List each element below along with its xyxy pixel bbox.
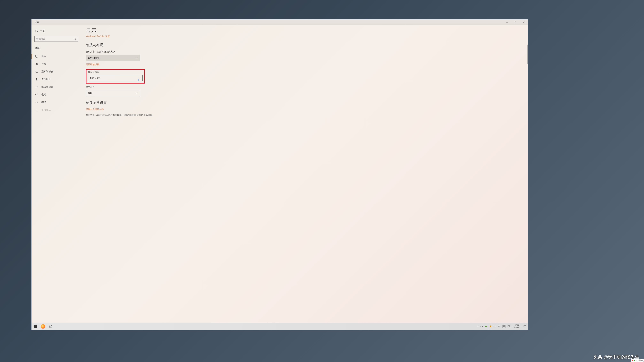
sidebar-item-tablet[interactable]: 平板模式	[34, 106, 78, 114]
sidebar-item-label: 通知和操作	[42, 70, 53, 73]
resolution-highlight: 显示分辨率 800 × 600	[86, 69, 145, 83]
taskbar-settings[interactable]	[47, 323, 54, 330]
tray-clock[interactable]: 12:39 2020/12/11	[513, 324, 522, 328]
section-scale-heading: 缩放与布局	[86, 43, 523, 47]
home-button[interactable]: 主页	[34, 28, 78, 36]
tray-wifi-icon[interactable]	[494, 325, 496, 328]
svg-rect-6	[36, 55, 38, 57]
scale-label: 更改文本、应用等项目的大小	[86, 50, 523, 53]
resolution-label: 显示分辨率	[88, 71, 143, 74]
watermark-badge-text: 飞沙系统网	[636, 359, 643, 361]
sidebar-item-battery[interactable]: 电池	[34, 91, 78, 98]
maximize-button[interactable]	[511, 19, 520, 25]
sound-icon	[35, 62, 38, 66]
svg-line-19	[482, 326, 483, 326]
home-icon	[35, 29, 38, 32]
svg-rect-15	[36, 109, 38, 111]
advanced-scale-link[interactable]: 高级缩放设置	[86, 63, 523, 66]
window-title: 设置	[35, 21, 39, 24]
gear-icon	[49, 325, 52, 328]
tray-action-center-icon[interactable]	[524, 325, 526, 328]
sidebar-category: 系统	[34, 45, 78, 52]
svg-rect-18	[482, 326, 482, 327]
sidebar-item-label: 电池	[42, 93, 46, 96]
sidebar-item-label: 电源和睡眠	[42, 85, 53, 88]
watermark-prefix: 头条	[593, 354, 602, 360]
tray-chevron-icon[interactable]: ^	[477, 325, 478, 328]
tray-power-icon[interactable]	[480, 325, 483, 328]
storage-icon	[35, 101, 38, 104]
svg-point-14	[38, 102, 38, 102]
svg-rect-1	[514, 21, 516, 23]
sidebar-item-storage[interactable]: 存储	[34, 98, 78, 106]
close-button[interactable]	[520, 19, 528, 25]
firefox-icon	[41, 324, 45, 329]
system-tray: ^ 英 五 12:39	[477, 323, 526, 330]
sidebar-item-power[interactable]: 电源和睡眠	[34, 83, 78, 91]
nav-list: 显示 声音 通知和操作	[34, 52, 78, 114]
scrollbar[interactable]	[527, 44, 528, 64]
svg-point-4	[74, 38, 75, 39]
search-input[interactable]	[36, 37, 74, 40]
scale-value: 100% (推荐)	[88, 56, 100, 59]
minimize-button[interactable]	[503, 19, 511, 25]
sidebar-item-label: 存储	[42, 101, 46, 104]
cursor-icon	[138, 79, 140, 81]
moon-icon	[35, 78, 38, 81]
search-box[interactable]	[34, 36, 78, 42]
svg-rect-20	[485, 326, 487, 327]
tray-volume-icon[interactable]	[498, 325, 500, 328]
content-pane: 显示 Windows HD Color 设置 缩放与布局 更改文本、应用等项目的…	[81, 25, 528, 323]
orientation-label: 显示方向	[86, 85, 523, 88]
clock-time: 12:39	[513, 324, 522, 326]
tray-battery-icon[interactable]	[485, 325, 488, 328]
svg-rect-11	[36, 94, 38, 95]
svg-rect-12	[38, 94, 38, 95]
resolution-dropdown[interactable]: 800 × 600	[88, 75, 143, 81]
search-icon	[74, 37, 76, 40]
orientation-dropdown[interactable]: 横向	[86, 90, 140, 96]
svg-point-22	[494, 327, 495, 327]
svg-point-16	[50, 326, 51, 327]
svg-rect-8	[36, 71, 38, 72]
resolution-value: 800 × 600	[90, 77, 100, 79]
tablet-icon	[35, 108, 38, 112]
sidebar: 主页 系统 显示	[32, 25, 81, 323]
windows-logo-icon	[34, 325, 37, 328]
truncated-description: 些旧式显示器可能不会进行自动连接，选择"检测"即可尝试手动连接。	[86, 114, 523, 117]
sidebar-item-notifications[interactable]: 通知和操作	[34, 68, 78, 75]
hd-color-link[interactable]: Windows HD Color 设置	[86, 35, 523, 38]
power-icon	[35, 85, 38, 89]
sidebar-item-display[interactable]: 显示	[34, 52, 78, 60]
svg-rect-21	[487, 326, 487, 327]
tray-security-icon[interactable]	[489, 325, 492, 328]
tray-ime-lang[interactable]: 英	[502, 325, 506, 328]
svg-rect-23	[524, 326, 526, 327]
clock-date: 2020/12/11	[513, 326, 522, 329]
watermark-badge: 飞沙系统网	[631, 359, 644, 362]
sidebar-item-label: 显示	[42, 55, 46, 58]
battery-icon	[35, 93, 38, 96]
scale-dropdown[interactable]: 100% (推荐)	[86, 55, 140, 61]
sidebar-item-focus-assist[interactable]: 专注助手	[34, 75, 78, 83]
chevron-down-icon	[136, 92, 138, 94]
sidebar-item-sound[interactable]: 声音	[34, 60, 78, 68]
sidebar-item-label: 专注助手	[42, 78, 51, 81]
title-bar: 设置	[32, 19, 528, 25]
taskbar-firefox[interactable]	[39, 323, 47, 330]
svg-line-5	[75, 39, 76, 40]
window-controls	[503, 19, 528, 25]
section-multi-heading: 多显示器设置	[86, 100, 523, 105]
orientation-value: 横向	[88, 92, 92, 94]
page-heading: 显示	[86, 27, 523, 34]
tray-ime-mode[interactable]: 五	[508, 325, 511, 328]
start-button[interactable]	[32, 323, 39, 330]
svg-rect-17	[480, 326, 482, 327]
sidebar-item-label: 平板模式	[42, 108, 51, 111]
notification-icon	[35, 70, 38, 73]
chevron-down-icon	[136, 57, 138, 59]
wireless-display-link[interactable]: 连接到无线显示器	[86, 108, 523, 111]
monitor-icon	[35, 55, 38, 58]
home-label: 主页	[40, 29, 45, 32]
taskbar: ^ 英 五 12:39	[32, 323, 528, 330]
